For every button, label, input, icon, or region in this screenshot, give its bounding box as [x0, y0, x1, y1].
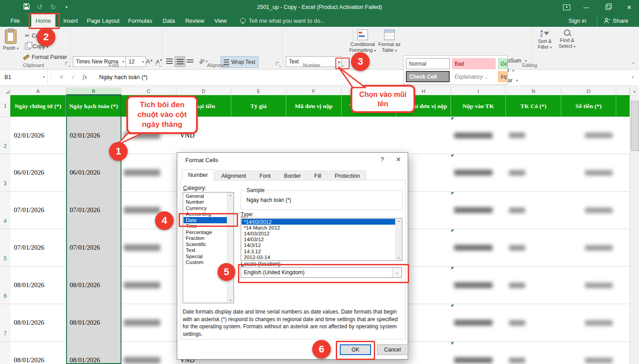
tab-data[interactable]: Data — [159, 14, 179, 27]
select-all-corner[interactable] — [0, 88, 11, 95]
paste-button[interactable]: Paste — [3, 29, 19, 63]
cell-C8[interactable] — [121, 342, 176, 364]
alignment-dialog-launcher-icon[interactable] — [276, 62, 281, 67]
cell-N5[interactable] — [506, 229, 561, 266]
cell-N2[interactable] — [506, 117, 561, 154]
format-as-table-button[interactable]: Format asTable — [378, 29, 401, 54]
cell-I8[interactable] — [451, 342, 506, 364]
cell-A1[interactable]: Ngày chứng từ (*) — [10, 95, 66, 117]
category-general[interactable]: General — [184, 193, 227, 199]
style-input[interactable]: Input — [498, 71, 508, 82]
tell-me-box[interactable]: Tell me what you want to do... — [240, 14, 325, 27]
cell-O1[interactable]: Số tiền (*) — [561, 95, 616, 117]
row-header-3[interactable]: 3 — [0, 154, 10, 191]
cell-B1[interactable]: Ngày hạch toán (*) — [66, 95, 121, 117]
number-dialog-launcher-icon[interactable] — [338, 62, 343, 67]
dialog-help-icon[interactable]: ? — [376, 155, 389, 164]
cell-A7[interactable]: 08/01/2026 — [10, 304, 66, 341]
locale-combobox[interactable]: English (United Kingdom) ⌄ — [241, 267, 402, 278]
cell-O6[interactable] — [561, 267, 616, 304]
tab-file[interactable]: File — [5, 14, 25, 27]
dialog-tab-alignment[interactable]: Alignment — [215, 171, 252, 180]
column-header-A[interactable]: A — [10, 88, 66, 95]
style-good[interactable]: Good — [498, 58, 508, 69]
type-item[interactable]: 2012-03-14 — [242, 254, 396, 260]
cell-A4[interactable]: 07/01/2026 — [10, 192, 66, 229]
tab-view[interactable]: View — [211, 14, 230, 27]
cell-N1[interactable]: TK Có (*) — [506, 95, 561, 117]
column-header-F[interactable]: F — [286, 88, 342, 95]
category-scientific[interactable]: Scientific — [184, 241, 227, 247]
type-item[interactable]: 14/03/12 — [242, 237, 396, 243]
column-header-partial[interactable] — [616, 88, 630, 95]
style-explanatory[interactable]: Explanatory ... — [452, 71, 496, 82]
tab-review[interactable]: Review — [182, 14, 207, 27]
cell-I4[interactable] — [451, 192, 506, 229]
tab-page-layout[interactable]: Page Layout — [85, 14, 121, 27]
cell-I5[interactable] — [451, 229, 506, 266]
cell-O3[interactable] — [561, 154, 616, 191]
find-select-button[interactable]: Find &Select — [556, 29, 578, 50]
cancel-entry-icon[interactable]: ✕ — [56, 70, 67, 84]
dialog-tab-font[interactable]: Font — [253, 171, 277, 180]
column-header-I[interactable]: I — [451, 88, 506, 95]
vertical-scrollbar[interactable]: ▲ — [630, 88, 639, 364]
minimize-icon[interactable]: — — [576, 0, 596, 14]
sign-in-button[interactable]: Sign in — [568, 14, 586, 27]
cell-E1[interactable]: Tỷ giá — [231, 95, 286, 117]
conditional-formatting-button[interactable]: ConditionalFormatting — [351, 29, 374, 54]
format-painter-button[interactable]: Format Painter — [21, 52, 70, 63]
type-item[interactable]: *14 March 2012 — [242, 225, 396, 230]
restore-icon[interactable] — [598, 0, 618, 14]
category-time[interactable]: Time — [184, 223, 227, 230]
tab-home[interactable]: Home — [31, 14, 55, 27]
expand-formula-bar-icon[interactable]: ▾ — [627, 70, 638, 84]
cell-I1[interactable]: Nộp vào TK — [451, 95, 506, 117]
cell-B3[interactable]: 06/01/2026 — [66, 154, 121, 191]
category-special[interactable]: Special — [184, 253, 227, 259]
increase-font-icon[interactable]: A▲ — [145, 56, 155, 66]
align-top-icon[interactable] — [164, 56, 174, 66]
type-listbox[interactable]: *14/03/2012 *14 March 2012 14/03/2012 14… — [241, 218, 402, 261]
chevron-down-icon[interactable]: ⌄ — [392, 268, 401, 277]
enter-entry-icon[interactable]: ✓ — [68, 70, 79, 84]
cell-B7[interactable]: 08/01/2026 — [66, 304, 121, 341]
cell-A3[interactable]: 06/01/2026 — [10, 154, 66, 191]
collapse-ribbon-icon[interactable]: ⌃ — [631, 62, 635, 67]
column-header-D[interactable]: D — [176, 88, 231, 95]
cell-O4[interactable] — [561, 192, 616, 229]
row-header-1[interactable]: 1 — [0, 95, 10, 117]
category-number[interactable]: Number — [184, 199, 227, 205]
cell-C3[interactable] — [121, 154, 176, 191]
column-header-E[interactable]: E — [231, 88, 286, 95]
tab-insert[interactable]: Insert — [60, 14, 81, 27]
name-box[interactable]: B1▾ — [0, 70, 48, 84]
ok-button[interactable]: OK — [340, 344, 371, 355]
dialog-tab-number[interactable]: Number — [182, 169, 214, 180]
dialog-tab-fill[interactable]: Fill — [308, 171, 328, 180]
cell-A5[interactable]: 07/01/2026 — [10, 229, 66, 266]
row-header-7[interactable]: 7 — [0, 304, 10, 341]
cell-N3[interactable] — [506, 154, 561, 191]
cell-C5[interactable] — [121, 229, 176, 266]
category-scrollbar[interactable]: ▲▼ — [227, 192, 234, 303]
style-check-cell[interactable]: Check Cell — [406, 71, 450, 82]
align-middle-icon[interactable] — [175, 56, 185, 67]
cell-B5[interactable]: 07/01/2026 — [66, 229, 121, 266]
column-header-B[interactable]: B — [66, 88, 121, 95]
cell-B8[interactable]: 08/01/2026 — [66, 342, 121, 364]
category-listbox[interactable]: General Number Currency Accounting Date … — [183, 192, 234, 303]
scrollbar-thumb[interactable] — [631, 101, 639, 151]
sort-filter-button[interactable]: AZ Sort &Filter — [534, 29, 555, 50]
cell-O8[interactable] — [561, 342, 616, 364]
dialog-tab-protection[interactable]: Protection — [329, 171, 366, 180]
column-header-N[interactable]: N — [506, 88, 561, 95]
formula-input[interactable]: Ngày hạch toán (*) — [99, 70, 147, 84]
cell-I2[interactable] — [451, 117, 506, 154]
dialog-tab-border[interactable]: Border — [278, 171, 307, 180]
cell-N4[interactable] — [506, 192, 561, 229]
close-icon[interactable]: ✕ — [619, 0, 639, 14]
cell-N7[interactable] — [506, 304, 561, 341]
row-header-6[interactable]: 6 — [0, 267, 10, 304]
cell-C7[interactable] — [121, 304, 176, 341]
